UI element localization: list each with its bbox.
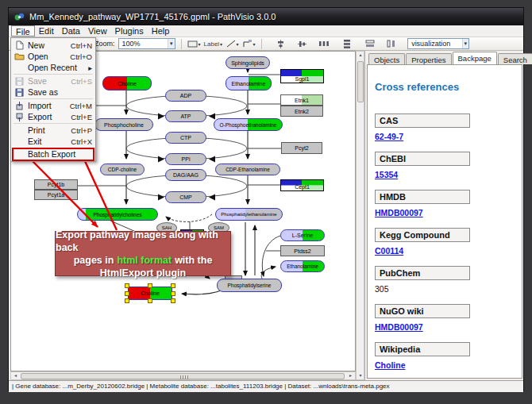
menu-file[interactable]: File [11, 25, 35, 37]
xref-link[interactable]: 62-49-7 [375, 132, 403, 141]
menu-item-import[interactable]: Import Ctrl+M [11, 100, 95, 111]
chevron-down-icon: ▾ [253, 41, 256, 47]
menu-help[interactable]: Help [148, 25, 174, 37]
selection-handle[interactable] [148, 298, 152, 303]
node-atp[interactable]: ATP [165, 110, 206, 122]
zoom-label: Zoom: [94, 40, 115, 48]
selection-handle[interactable] [125, 298, 129, 303]
new-datanode-button[interactable]: ▾ [187, 38, 201, 50]
selection-handle[interactable] [171, 283, 175, 288]
menu-item-shortcut: Ctrl+N [71, 41, 92, 50]
menu-item-open[interactable]: Open Ctrl+O [11, 51, 95, 62]
menu-item-shortcut: Ctrl+O [70, 52, 92, 61]
menu-item-new[interactable]: New Ctrl+N [11, 40, 95, 51]
chevron-down-icon: ▾ [199, 41, 201, 47]
tab-search[interactable]: Search [498, 53, 532, 64]
node-ethanolamine[interactable]: Ethanolamine [226, 76, 272, 90]
menu-item-exit[interactable]: Exit Ctrl+X [11, 136, 95, 147]
menu-data[interactable]: Data [58, 25, 84, 37]
scrollbar-grip [180, 375, 188, 379]
node-adp[interactable]: ADP [165, 90, 206, 102]
no-icon [13, 63, 25, 72]
distribute-horizontal-icon [319, 40, 329, 48]
scroll-up-arrow[interactable]: ▴ [357, 52, 364, 59]
node-etnk1[interactable]: Etnk1 [280, 94, 323, 106]
node-phosphatidylserine[interactable]: Phosphatidylserine [217, 279, 282, 292]
node-cmp[interactable]: CMP [165, 191, 206, 203]
new-connector-button[interactable]: ▾ [242, 38, 256, 50]
xref-value: 305 [375, 284, 389, 294]
node-sgpl1[interactable]: Sgpl1 [280, 69, 324, 83]
menu-plugins[interactable]: Plugins [111, 25, 148, 37]
node-pcyt1a[interactable]: Pcyt1a [34, 190, 78, 200]
xref-section-hmdb: HMDB HMDB00097 [375, 190, 522, 219]
node-etnk2[interactable]: Etnk2 [280, 106, 323, 117]
node-phosphatidylcholines[interactable]: Phosphatidylcholines [77, 208, 158, 221]
horizontal-scrollbar[interactable]: ◂ ▸ [10, 371, 356, 380]
new-label-button[interactable]: Label ▾ [204, 38, 223, 50]
xref-link[interactable]: 15354 [375, 170, 398, 179]
common-height-button[interactable] [384, 38, 398, 50]
menu-item-shortcut: Ctrl+P [71, 126, 92, 135]
node-cdp-ethanolamine[interactable]: CDP-Ethanolamine [215, 164, 280, 175]
zoom-combobox[interactable]: 100% ▾ [118, 38, 175, 49]
xref-link[interactable]: HMDB00097 [375, 208, 423, 217]
common-width-button[interactable] [363, 38, 376, 50]
node-sphingolipids[interactable]: Sphingolipids [226, 56, 270, 69]
node-ptdss2[interactable]: Ptdss2 [280, 245, 325, 256]
horizontal-scrollbar-thumb[interactable] [21, 373, 345, 379]
tab-properties[interactable]: Properties [406, 53, 451, 64]
xref-database-header: NuGO wiki [375, 304, 470, 318]
node-phosphatidylethanolamine[interactable]: Phosphatidylethanolamine [215, 208, 283, 221]
menu-item-shortcut: Ctrl+E [71, 113, 92, 121]
scroll-down-arrow[interactable]: ▾ [357, 372, 364, 379]
selection-handle[interactable] [125, 283, 129, 288]
selection-handle[interactable] [148, 283, 152, 288]
align-vertical-center-button[interactable] [295, 38, 309, 50]
new-line-button[interactable]: ▾ [226, 38, 239, 50]
selected-node-choline[interactable]: Choline [128, 287, 172, 300]
tab-backpage[interactable]: Backpage [453, 52, 497, 64]
selection-handle[interactable] [125, 291, 129, 296]
node-ppi[interactable]: PPi [165, 153, 206, 165]
selection-handle[interactable] [171, 298, 175, 303]
menu-item-export[interactable]: Export Ctrl+E [11, 111, 95, 122]
xref-link[interactable]: C00114 [375, 246, 403, 256]
menu-edit[interactable]: Edit [35, 25, 58, 37]
selection-handle[interactable] [171, 291, 175, 296]
menu-item-save[interactable]: Save Ctrl+S [11, 75, 95, 87]
datanode-icon [187, 40, 198, 48]
tab-objects[interactable]: Objects [368, 53, 405, 64]
node-pcyt1b[interactable]: Pcyt1b [34, 179, 78, 190]
node-pcyt2[interactable]: Pcyt2 [281, 142, 322, 154]
vertical-scrollbar-thumb[interactable] [357, 61, 364, 102]
node-phosphocholine[interactable]: Phosphocholine [94, 118, 153, 131]
menu-item-label: Print [25, 125, 71, 135]
chevron-down-icon: ▾ [462, 39, 469, 48]
menu-view[interactable]: View [84, 25, 111, 37]
distribute-horizontal-button[interactable] [317, 38, 330, 50]
distribute-vertical-button[interactable] [340, 38, 353, 50]
xref-link[interactable]: HMDB00097 [375, 322, 423, 332]
title-bar[interactable]: Mm_Kennedy_pathway_WP1771_45176.gpml - P… [9, 8, 523, 25]
node-l-serine[interactable]: L-Serine [280, 229, 325, 241]
node-o-phosphoethanolamine[interactable]: O-Phosphoethanolamine [214, 118, 283, 131]
label-tool-text: Label [204, 40, 220, 48]
menu-item-print[interactable]: Print Ctrl+P [11, 125, 95, 136]
no-icon [13, 137, 25, 146]
node-ctp[interactable]: CTP [165, 132, 206, 144]
node-dag-aag[interactable]: DAG/AAG [165, 169, 206, 181]
node-cept1[interactable]: Cept1 [280, 179, 324, 191]
visualization-combobox[interactable]: visualization ▾ [407, 38, 469, 49]
distribute-vertical-icon [342, 40, 352, 48]
scroll-left-arrow[interactable]: ◂ [11, 372, 20, 379]
menu-item-label: Exit [25, 137, 71, 146]
menu-item-save-as[interactable]: Save as [11, 87, 95, 98]
align-horizontal-center-button[interactable] [274, 38, 287, 50]
menu-item-open-recent[interactable]: Open Recent ▸ [11, 62, 95, 73]
node-ethanolamine-right[interactable]: Ethanolamine [280, 260, 325, 272]
xref-link[interactable]: Choline [375, 360, 406, 370]
scroll-right-arrow[interactable]: ▸ [346, 372, 355, 379]
node-cdp-choline[interactable]: CDP-choline [100, 164, 145, 175]
node-choline[interactable]: Choline [102, 76, 152, 90]
